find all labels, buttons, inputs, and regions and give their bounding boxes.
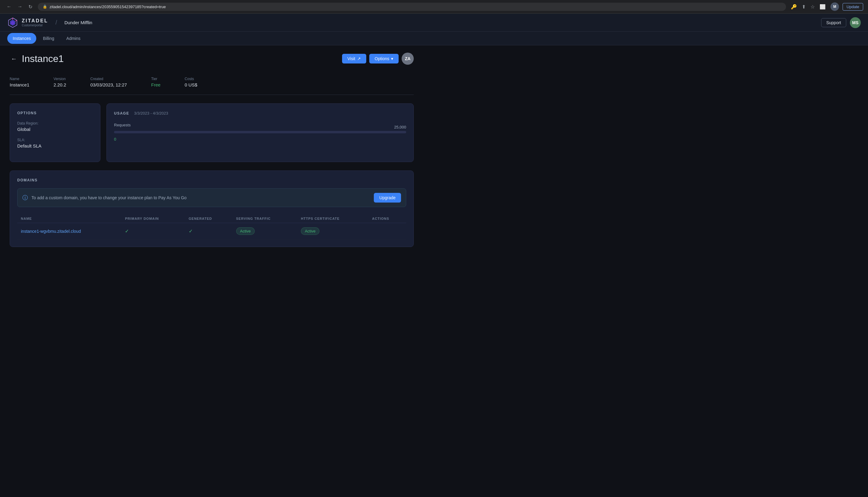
tier-label: Tier	[151, 77, 160, 81]
usage-date: 3/3/2023 - 4/3/2023	[134, 111, 168, 115]
domain-name-cell: instance1-wgvbmu.zitadel.cloud	[17, 223, 121, 239]
data-region-item: Data Region: Global	[17, 121, 93, 132]
instance-header: ← Instance1 Visit ↗ Options ▾ ZA	[10, 53, 414, 65]
chevron-down-icon: ▾	[391, 56, 393, 61]
instance-title: Instance1	[22, 53, 342, 65]
instance-meta: Name Instance1 Version 2.20.2 Created 03…	[10, 72, 414, 95]
visit-button[interactable]: Visit ↗	[342, 54, 366, 63]
app-header: ZITADEL Customerportal / Dunder Mifflin …	[0, 14, 868, 32]
serving-traffic-cell: Active	[233, 223, 297, 239]
nav-tabs: Instances Billing Admins	[0, 32, 868, 45]
https-cert-badge: Active	[301, 227, 319, 235]
user-avatar[interactable]: MS	[850, 17, 861, 28]
progress-bar	[114, 131, 406, 133]
table-body: instance1-wgvbmu.zitadel.cloud ✓ ✓ Activ…	[17, 223, 406, 239]
options-card: OPTIONS Data Region: Global SLA: Default…	[10, 103, 100, 162]
browser-actions: 🔑 ⬆ ☆ ⬜	[790, 3, 827, 11]
browser-navigation[interactable]: ← → ↻	[5, 3, 34, 11]
table-header: NAME PRIMARY DOMAIN GENERATED SERVING TR…	[17, 214, 406, 223]
meta-costs: Costs 0 US$	[185, 77, 197, 87]
external-link-icon: ↗	[357, 56, 361, 61]
domains-title: DOMAINS	[17, 178, 406, 182]
update-button[interactable]: Update	[843, 3, 863, 11]
divider-slash: /	[55, 19, 57, 26]
usage-title: USAGE	[114, 111, 129, 115]
actions-cell	[368, 223, 406, 239]
created-value: 03/03/2023, 12:27	[90, 82, 127, 87]
share-icon[interactable]: ⬆	[800, 3, 807, 11]
logo-name: ZITADEL	[22, 18, 48, 24]
forward-browser-button[interactable]: →	[16, 3, 24, 11]
browser-user-avatar[interactable]: M	[830, 2, 839, 11]
lock-icon: 🔒	[43, 4, 47, 9]
primary-domain-cell: ✓	[121, 223, 185, 239]
support-button[interactable]: Support	[821, 18, 846, 27]
options-card-title: OPTIONS	[17, 111, 93, 115]
name-value: Instance1	[10, 82, 29, 87]
meta-version: Version 2.20.2	[54, 77, 66, 87]
https-cert-cell: Active	[297, 223, 368, 239]
back-button[interactable]: ←	[10, 54, 18, 63]
requests-label: Requests	[114, 123, 406, 127]
col-https: HTTPS CERTIFICATE	[297, 214, 368, 223]
meta-created: Created 03/03/2023, 12:27	[90, 77, 127, 87]
notice-text: To add a custom domain, you have to chan…	[31, 195, 370, 200]
meta-name: Name Instance1	[10, 77, 29, 87]
browser-chrome: ← → ↻ 🔒 zitadel.cloud/admin/instances/20…	[0, 0, 868, 14]
usage-card: USAGE 3/3/2023 - 4/3/2023 Requests 25,00…	[107, 103, 414, 162]
data-region-value: Global	[17, 127, 93, 132]
split-screen-icon[interactable]: ⬜	[818, 3, 827, 11]
domain-notice: ⓘ To add a custom domain, you have to ch…	[17, 188, 406, 207]
bookmark-icon[interactable]: ☆	[809, 3, 816, 11]
tab-admins[interactable]: Admins	[61, 32, 86, 45]
col-serving: SERVING TRAFFIC	[233, 214, 297, 223]
created-label: Created	[90, 77, 127, 81]
tier-value: Free	[151, 82, 160, 87]
url-text: zitadel.cloud/admin/instances/2035590515…	[50, 4, 166, 9]
generated-cell: ✓	[185, 223, 233, 239]
org-name: Dunder Mifflin	[65, 20, 92, 25]
progress-current: 0	[114, 137, 406, 141]
progress-max: 25,000	[394, 125, 406, 129]
zitadel-logo-icon	[7, 17, 18, 28]
domains-section: DOMAINS ⓘ To add a custom domain, you ha…	[10, 171, 414, 247]
address-bar[interactable]: 🔒 zitadel.cloud/admin/instances/20355905…	[38, 3, 786, 11]
header-actions: Visit ↗ Options ▾ ZA	[342, 53, 414, 65]
logo-text: ZITADEL Customerportal	[22, 18, 48, 27]
col-name: NAME	[17, 214, 121, 223]
tab-instances[interactable]: Instances	[7, 33, 36, 44]
usage-header: USAGE 3/3/2023 - 4/3/2023	[114, 111, 406, 115]
upgrade-button[interactable]: Upgrade	[374, 193, 401, 202]
domains-table: NAME PRIMARY DOMAIN GENERATED SERVING TR…	[17, 214, 406, 239]
data-region-label: Data Region:	[17, 121, 93, 126]
meta-tier: Tier Free	[151, 77, 160, 87]
logo-area: ZITADEL Customerportal / Dunder Mifflin	[7, 17, 92, 28]
costs-label: Costs	[185, 77, 197, 81]
serving-traffic-badge: Active	[236, 227, 255, 235]
version-label: Version	[54, 77, 66, 81]
domain-link[interactable]: instance1-wgvbmu.zitadel.cloud	[21, 229, 118, 234]
key-icon[interactable]: 🔑	[790, 3, 798, 11]
logo-sub: Customerportal	[22, 24, 48, 27]
col-primary: PRIMARY DOMAIN	[121, 214, 185, 223]
version-value: 2.20.2	[54, 82, 66, 87]
generated-check: ✓	[189, 229, 193, 234]
reload-browser-button[interactable]: ↻	[27, 3, 34, 11]
tab-billing[interactable]: Billing	[38, 32, 59, 45]
col-generated: GENERATED	[185, 214, 233, 223]
costs-value: 0 US$	[185, 82, 197, 87]
name-label: Name	[10, 77, 29, 81]
primary-domain-check: ✓	[125, 229, 129, 234]
sla-item: SLA: Default SLA	[17, 138, 93, 148]
col-actions: ACTIONS	[368, 214, 406, 223]
instance-avatar[interactable]: ZA	[402, 53, 414, 65]
sla-value: Default SLA	[17, 143, 93, 148]
back-browser-button[interactable]: ←	[5, 3, 13, 11]
cards-row: OPTIONS Data Region: Global SLA: Default…	[10, 103, 414, 162]
sla-label: SLA:	[17, 138, 93, 142]
options-button[interactable]: Options ▾	[369, 54, 398, 63]
table-row: instance1-wgvbmu.zitadel.cloud ✓ ✓ Activ…	[17, 223, 406, 239]
info-icon: ⓘ	[23, 194, 28, 201]
main-content: ← Instance1 Visit ↗ Options ▾ ZA Name In…	[0, 45, 423, 254]
